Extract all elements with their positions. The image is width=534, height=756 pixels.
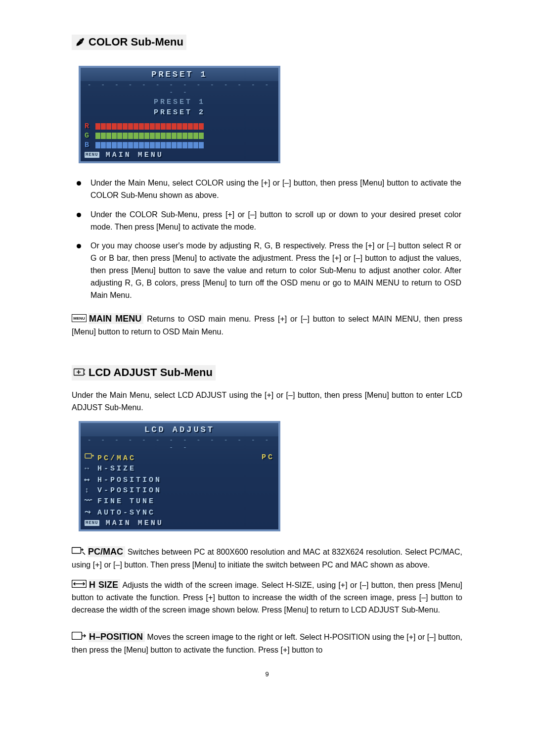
osd1-preset2: PRESET 2 (81, 107, 278, 118)
bullet-2: Under the COLOR Sub-Menu, press [+] or [… (73, 209, 461, 234)
osd2-fine: 〰FINE TUNE (81, 496, 278, 507)
vpos-icon: ↕ (85, 486, 97, 495)
menu-badge-icon: MENU (85, 152, 99, 158)
svg-rect-6 (72, 632, 82, 640)
hsize-text: Adjusts the width of the screen image. S… (72, 581, 462, 614)
b-label: B (85, 141, 92, 149)
svg-rect-4 (72, 547, 81, 553)
osd-color-menu: PRESET 1 - - - - - - - - - - - - - - - -… (79, 66, 280, 163)
hsize-paragraph: H SIZE Adjusts the width of the screen i… (72, 578, 462, 616)
hpos-icon: ⟷ (85, 475, 97, 484)
osd2-main-menu-text: MAIN MENU (106, 519, 164, 527)
osd-lcd-adjust: LCD ADJUST - - - - - - - - - - - - - - -… (79, 421, 280, 531)
heading-lcd-adjust: LCD ADJUST Sub-Menu (72, 365, 216, 380)
pcmac-text: Switches between PC at 800X600 resolutio… (72, 548, 462, 569)
heading-text: LCD ADJUST Sub-Menu (89, 366, 213, 378)
osd2-pcmac-value: PC (262, 453, 274, 462)
osd1-main-menu: MENU MAIN MENU (81, 150, 278, 161)
pcmac-icon (85, 453, 97, 463)
fine-tune-icon: 〰 (85, 497, 97, 506)
heading-text: COLOR Sub-Menu (89, 36, 183, 48)
osd1-main-menu-text: MAIN MENU (106, 151, 164, 159)
r-label: R (85, 122, 92, 131)
hpos-label: H–POSITION (89, 631, 145, 642)
osd2-pcmac: PC/MACPC (81, 452, 278, 464)
rgb-b-row: B (81, 141, 278, 150)
osd1-title: PRESET 1 (81, 68, 278, 81)
pcmac-label: PC/MAC (88, 546, 125, 557)
bullet-1: Under the Main Menu, select COLOR using … (73, 177, 461, 202)
osd2-hpos: ⟷H-POSITION (81, 474, 278, 485)
b-bar (95, 142, 230, 148)
main-menu-label: MAIN MENU (89, 313, 143, 324)
hsize-label: H SIZE (89, 579, 120, 590)
osd2-main-menu: MENU MAIN MENU (81, 518, 278, 529)
osd2-vpos: ↕V-POSITION (81, 485, 278, 496)
rgb-g-row: G (81, 131, 278, 141)
osd1-preset1: PRESET 1 (81, 97, 278, 107)
page-number: 9 (72, 670, 462, 678)
hpos-icon (72, 631, 87, 644)
svg-text:MENU: MENU (73, 316, 85, 321)
rgb-r-row: R (81, 122, 278, 131)
auto-sync-icon: ⤳ (85, 508, 97, 517)
osd2-title: LCD ADJUST (81, 423, 278, 436)
lcd-intro: Under the Main Menu, select LCD ADJUST u… (72, 389, 462, 414)
heading-color-submenu: COLOR Sub-Menu (72, 35, 186, 50)
main-menu-paragraph: MENU MAIN MENU Returns to OSD main menu.… (72, 312, 462, 338)
pcmac-paragraph: PC/MAC Switches between PC at 800X600 re… (72, 545, 462, 571)
screen-plus-icon (74, 367, 86, 379)
hsize-icon (72, 579, 87, 592)
osd-dashes: - - - - - - - - - - - - - - - - (81, 436, 278, 452)
g-bar (95, 133, 230, 139)
osd2-hsize: ↔H-SIZE (81, 464, 278, 474)
osd2-auto: ⤳AUTO-SYNC (81, 507, 278, 518)
svg-rect-3 (85, 454, 91, 458)
pcmac-icon (72, 546, 86, 559)
pipette-icon (74, 36, 86, 49)
menu-badge-icon: MENU (72, 314, 87, 326)
osd-dashes: - - - - - - - - - - - - - - - - (81, 81, 278, 97)
r-bar (95, 123, 230, 130)
hpos-paragraph: H–POSITION Moves the screen image to the… (72, 630, 462, 657)
g-label: G (85, 132, 92, 140)
hsize-icon: ↔ (85, 465, 97, 473)
color-bullet-list: Under the Main Menu, select COLOR using … (72, 177, 462, 301)
bullet-3: Or you may choose user's mode by adjusti… (73, 240, 461, 301)
menu-badge-icon: MENU (85, 520, 99, 526)
